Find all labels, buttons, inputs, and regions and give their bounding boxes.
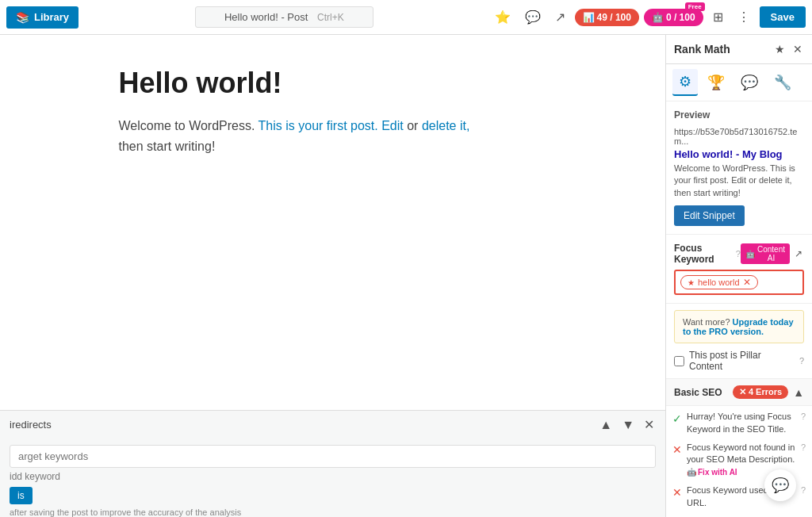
seo-check-item: ✓ Hurray! You're using Focus Keyword in … (672, 411, 806, 435)
fix-ai-label: Fix with AI (698, 467, 737, 478)
upgrade-banner: Want more? Upgrade today to the PRO vers… (674, 310, 804, 343)
external-link-button[interactable]: ↗ (550, 5, 570, 29)
post-title-text: Hello world! - Post (224, 11, 308, 23)
rm-focus-keyword-section: Focus Keyword ? 🤖 Content AI ↗ ★ hello w… (666, 235, 812, 304)
preview-post-title: Hello world! - My Blog (674, 148, 804, 160)
tag-text: hello world (698, 278, 740, 287)
tab-social[interactable]: 💬 (734, 69, 764, 96)
rm-preview-section: Preview https://b53e70b5d713016752.tem..… (666, 101, 812, 235)
tab-trophy[interactable]: 🏆 (701, 69, 731, 96)
save-note: after saving the post to improve the acc… (10, 507, 656, 517)
body-link-delete[interactable]: delete it, (422, 119, 469, 132)
body-text-1: Welcome to WordPress. (119, 119, 259, 132)
preview-blog-label: - My Blog (736, 148, 783, 160)
toolbar: 📚 Library Hello world! - Post Ctrl+K ⭐ 💬… (0, 0, 812, 35)
toolbar-right: ⭐ 💬 ↗ 📊 49 / 100 Free 🤖 0 / 100 ⊞ ⋮ Save (490, 5, 806, 29)
panel-collapse-up[interactable]: ▲ (598, 416, 614, 434)
errors-badge: ✕ 4 Errors (733, 385, 788, 399)
preview-url: https://b53e70b5d713016752.tem... (674, 127, 804, 146)
pillar-content-row: This post is Pillar Content ? (666, 350, 812, 378)
editor-content: Hello world! Welcome to WordPress. This … (56, 35, 611, 188)
toolbar-left: 📚 Library (6, 6, 79, 29)
pillar-help-icon[interactable]: ? (799, 356, 804, 366)
ai-score-value: 0 / 100 (666, 12, 695, 23)
chat-fab-button[interactable]: 💬 (764, 469, 796, 501)
panel-collapse-down[interactable]: ▼ (620, 416, 636, 434)
body-link-edit[interactable]: Edit (381, 119, 404, 132)
tab-general[interactable]: ⚙ (672, 69, 698, 96)
rm-header-icons: ★ ✕ (773, 41, 804, 57)
target-keywords-row (10, 445, 656, 468)
upgrade-arrow-button[interactable]: ↗ (793, 247, 804, 261)
check-success-icon: ✓ (672, 412, 682, 427)
pillar-content-checkbox[interactable] (674, 356, 684, 366)
check-text: Hurray! You're using Focus Keyword in th… (687, 412, 791, 433)
is-button[interactable]: is (10, 487, 33, 504)
fix-ai-icon: 🤖 (687, 467, 696, 478)
check-error-icon: ✕ (672, 485, 682, 501)
target-keywords-input[interactable] (10, 445, 656, 468)
seo-checks: ✓ Hurray! You're using Focus Keyword in … (666, 406, 812, 517)
post-title-bar: Hello world! - Post Ctrl+K (195, 6, 373, 28)
focus-kw-title: Focus Keyword (674, 243, 733, 265)
rank-math-sidebar: Rank Math ★ ✕ ⚙ 🏆 💬 🔧 Preview https://b5… (665, 35, 812, 517)
redirects-title: iredirects (10, 419, 52, 431)
keyword-tag: ★ hello world ✕ (680, 275, 758, 289)
rm-star-button[interactable]: ★ (773, 41, 787, 57)
seo-score-icon: 📊 (583, 12, 595, 23)
panel-close[interactable]: ✕ (642, 416, 656, 434)
preview-title: Preview (674, 109, 804, 121)
keyword-text-input[interactable] (761, 277, 798, 288)
keyword-input-container[interactable]: ★ hello world ✕ (674, 270, 804, 295)
view-toggle-button[interactable]: ⊞ (708, 5, 728, 29)
library-button[interactable]: 📚 Library (6, 6, 79, 29)
body-or-text: or (404, 119, 422, 132)
ai-score-icon: 🤖 (652, 12, 664, 23)
basic-seo-collapse-button[interactable]: ▲ (793, 386, 804, 399)
check-help-icon[interactable]: ? (801, 484, 806, 496)
fix-ai-link[interactable]: 🤖 Fix with AI (687, 467, 737, 478)
free-badge: Free (685, 2, 705, 11)
upgrade-text: Want more? (683, 317, 733, 327)
bottom-panel: iredirects ▲ ▼ ✕ idd keyword is after sa… (0, 410, 665, 517)
seo-score-value: 49 / 100 (597, 12, 631, 23)
tag-remove-button[interactable]: ✕ (743, 278, 751, 287)
more-options-button[interactable]: ⋮ (733, 5, 755, 29)
check-error-icon: ✕ (672, 442, 682, 458)
panel-arrows: ▲ ▼ ✕ (598, 416, 656, 434)
check-help-icon[interactable]: ? (801, 442, 806, 454)
library-label: Library (34, 11, 69, 23)
check-text-wrapper: Hurray! You're using Focus Keyword in th… (687, 411, 796, 435)
content-ai-label: Content AI (757, 245, 785, 262)
content-ai-button[interactable]: 🤖 Content AI (741, 243, 790, 264)
add-keyword-label: idd keyword (10, 471, 656, 482)
rm-header: Rank Math ★ ✕ (666, 35, 812, 64)
ai-score-button[interactable]: Free 🤖 0 / 100 (644, 9, 703, 26)
rm-title: Rank Math (674, 43, 730, 56)
tag-star-icon: ★ (688, 278, 695, 287)
save-button[interactable]: Save (760, 6, 806, 28)
post-body: Welcome to WordPress. This is your first… (119, 116, 547, 156)
check-text: Focus Keyword not found in your SEO Meta… (687, 442, 795, 464)
pillar-label: This post is Pillar Content (689, 350, 795, 372)
focus-kw-actions: 🤖 Content AI ↗ (741, 243, 804, 264)
main-layout: Hello world! Welcome to WordPress. This … (0, 35, 812, 517)
bottom-panel-header: iredirects ▲ ▼ ✕ (0, 411, 665, 438)
library-icon: 📚 (16, 11, 29, 24)
basic-seo-title: Basic SEO (674, 387, 722, 398)
edit-snippet-button[interactable]: Edit Snippet (674, 205, 745, 226)
basic-seo-header-right: ✕ 4 Errors ▲ (733, 385, 804, 399)
editor-area[interactable]: Hello world! Welcome to WordPress. This … (0, 35, 665, 517)
comment-button[interactable]: 💬 (520, 5, 546, 29)
panel-body: idd keyword is after saving the post to … (0, 438, 665, 517)
star-button[interactable]: ⭐ (490, 5, 515, 29)
check-help-icon[interactable]: ? (801, 411, 806, 423)
preview-description: Welcome to WordPress. This is your first… (674, 163, 804, 199)
content-ai-icon: 🤖 (745, 250, 755, 258)
seo-score-button[interactable]: 📊 49 / 100 (575, 9, 639, 26)
post-heading: Hello world! (119, 67, 547, 100)
body-link-first-post[interactable]: This is your first post. (259, 119, 378, 132)
rm-close-button[interactable]: ✕ (791, 41, 804, 57)
tab-schema[interactable]: 🔧 (768, 69, 798, 96)
keyboard-shortcut: Ctrl+K (317, 12, 344, 23)
